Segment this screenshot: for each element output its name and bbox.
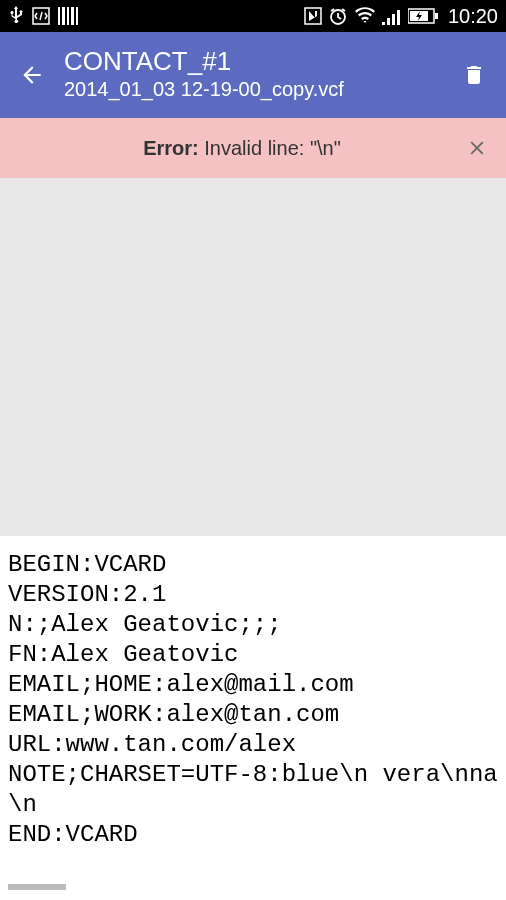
error-banner: Error: Invalid line: "\n" xyxy=(0,118,506,178)
close-icon[interactable] xyxy=(466,137,488,159)
error-text: Invalid line: "\n" xyxy=(199,137,341,159)
status-bar: 10:20 xyxy=(0,0,506,32)
nfc-icon xyxy=(304,7,322,25)
status-time: 10:20 xyxy=(448,5,498,28)
signal-icon xyxy=(382,7,402,25)
status-right-icons: 10:20 xyxy=(304,5,498,28)
alarm-icon xyxy=(328,6,348,26)
scroll-thumb[interactable] xyxy=(8,884,66,890)
page-subtitle: 2014_01_03 12-19-00_copy.vcf xyxy=(64,75,456,103)
delete-button[interactable] xyxy=(456,62,492,88)
battery-icon xyxy=(408,8,438,24)
status-left-icons xyxy=(8,6,78,26)
page-title: CONTACT_#1 xyxy=(64,47,456,76)
back-button[interactable] xyxy=(14,62,50,88)
app-titles: CONTACT_#1 2014_01_03 12-19-00_copy.vcf xyxy=(64,47,456,104)
vcard-content[interactable]: BEGIN:VCARD VERSION:2.1 N:;Alex Geatovic… xyxy=(0,536,506,864)
scroll-track xyxy=(0,864,506,900)
barcode-icon xyxy=(58,7,78,25)
svg-rect-4 xyxy=(435,13,438,19)
wifi-icon xyxy=(354,7,376,25)
error-label: Error: xyxy=(143,137,199,159)
devtools-icon xyxy=(32,7,50,25)
preview-area xyxy=(0,178,506,536)
error-message: Error: Invalid line: "\n" xyxy=(18,137,466,160)
usb-icon xyxy=(8,6,24,26)
app-bar: CONTACT_#1 2014_01_03 12-19-00_copy.vcf xyxy=(0,32,506,118)
